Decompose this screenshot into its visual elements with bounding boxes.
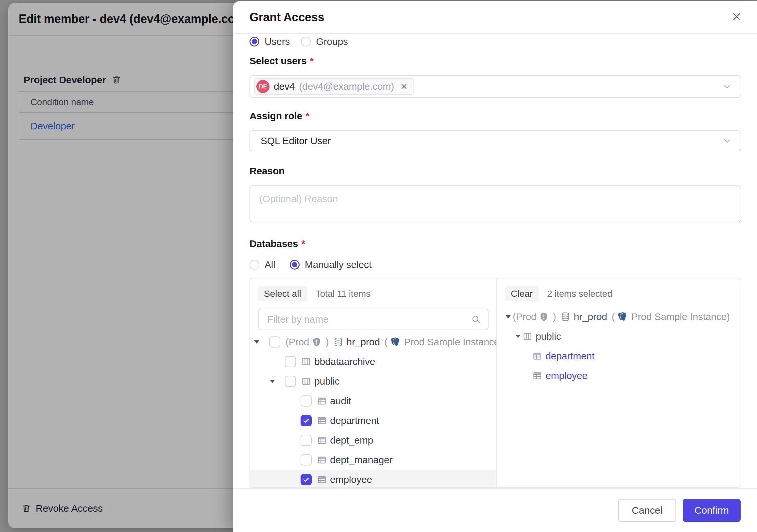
postgres-icon [618,312,628,322]
checkbox-dept_manager[interactable] [301,454,312,465]
radio-manually-select[interactable] [290,260,300,269]
reason-textarea[interactable] [250,185,741,222]
tree-item-label: bbdataarchive [314,356,375,367]
table-icon [317,455,327,465]
tree-item-label: hr_prod [347,336,380,348]
shield-icon [539,312,549,322]
transfer-source-pane: Select all Total 11 items (Prod)hr_prod(… [250,278,497,487]
table-icon [317,435,327,445]
tree-item-label: public [536,331,561,342]
tree-item-label: dept_emp [330,435,373,446]
select-users-field[interactable]: DE dev4 (dev4@example.com) [250,75,741,98]
user-name: dev4 [274,81,295,92]
tree-item-label: employee [545,370,588,381]
tree-item-label: dept_manager [330,454,393,465]
environment-label-close: ) [325,336,329,348]
tree-row-hr_prod[interactable]: (Prod)hr_prod(Prod Sample Instance) [250,332,497,352]
databases-radio-group: All Manually select [250,257,372,272]
tree-row-dept_emp[interactable]: dept_emp [250,430,497,450]
remove-tag-icon[interactable] [400,82,408,91]
environment-label-close: ) [553,311,556,322]
select-users-label: Select users * [250,55,314,67]
selected-items-label: 2 items selected [547,289,612,299]
caret-down-icon[interactable] [505,314,513,319]
radio-all[interactable] [250,260,259,269]
assign-role-label: Assign role * [250,110,309,121]
close-button[interactable] [729,10,744,25]
table-icon [532,371,542,381]
tree-item-label: public [314,376,340,387]
tree-row-employee[interactable]: employee [250,470,497,487]
total-items-label: Total 11 items [316,289,371,299]
modal-header: Grant Access [233,1,757,34]
tree-item-label: department [545,351,594,362]
radio-all-label[interactable]: All [264,259,275,270]
environment-label: (Prod [513,311,536,322]
checkbox-audit[interactable] [301,395,312,407]
transfer-target-pane: Clear 2 items selected (Prod)hr_prod(Pro… [497,278,741,487]
modal-title: Grant Access [250,11,324,24]
tree-row-audit[interactable]: audit [250,391,497,411]
table-icon [317,396,327,406]
environment-label: (Prod [286,336,309,348]
required-mark: * [310,55,313,67]
radio-groups[interactable] [301,37,311,47]
checkbox-bbdataarchive[interactable] [285,356,296,367]
search-icon [471,314,481,325]
checkbox-department[interactable] [301,415,312,426]
instance-label-open: ( [612,311,615,322]
confirm-button[interactable]: Confirm [683,499,741,522]
modal-footer: Cancel Confirm [233,488,757,532]
clear-button[interactable]: Clear [505,286,539,301]
source-tree: (Prod)hr_prod(Prod Sample Instance)bbdat… [250,332,497,487]
chevron-down-icon [722,81,732,91]
tree-row-public[interactable]: public [250,371,497,391]
database-icon [560,312,570,322]
checkbox-dept_emp[interactable] [301,435,312,446]
databases-label: Databases * [250,238,305,249]
checkbox-hr_prod[interactable] [269,336,280,348]
tree-row-public[interactable]: public [497,327,741,346]
database-transfer-panel: Select all Total 11 items (Prod)hr_prod(… [250,278,741,488]
filter-input[interactable] [258,309,489,330]
principal-type-radio-group: Users Groups [250,34,348,49]
caret-down-icon[interactable] [269,379,285,384]
instance-label-open: ( [384,336,388,348]
tree-row-department[interactable]: department [497,346,741,366]
reason-label: Reason [250,166,285,176]
assign-role-select[interactable]: SQL Editor User [250,130,741,151]
caret-down-icon[interactable] [254,340,269,344]
tree-row-department[interactable]: department [250,411,497,430]
schema-icon [301,357,311,366]
selected-user-tag: DE dev4 (dev4@example.com) [254,78,414,95]
required-mark: * [306,110,309,121]
cancel-button[interactable]: Cancel [618,499,676,522]
close-icon [731,11,742,24]
tree-row-hr_prod[interactable]: (Prod)hr_prod(Prod Sample Instance) [497,307,741,327]
checkbox-employee[interactable] [301,474,312,485]
tree-row-dept_manager[interactable]: dept_manager [250,450,497,470]
caret-down-icon[interactable] [515,334,523,339]
tree-item-label: hr_prod [574,311,607,322]
tree-item-label: audit [330,395,351,407]
tree-row-bbdataarchive[interactable]: bbdataarchive [250,352,497,371]
chevron-down-icon [722,136,732,146]
select-all-button[interactable]: Select all [258,286,307,301]
schema-icon [301,376,311,386]
postgres-icon [390,337,401,347]
radio-users[interactable] [250,37,259,47]
tree-item-label: employee [330,474,372,485]
radio-users-label[interactable]: Users [264,36,290,47]
shield-icon [312,337,321,347]
radio-manually-select-label[interactable]: Manually select [305,259,372,270]
avatar: DE [257,80,269,93]
assign-role-value: SQL Editor User [260,135,331,146]
table-icon [317,416,327,425]
table-icon [317,475,327,485]
radio-groups-label[interactable]: Groups [316,36,348,47]
schema-icon [523,331,532,341]
checkbox-public[interactable] [285,376,296,387]
tree-item-label: department [330,415,379,426]
table-icon [532,351,542,361]
tree-row-employee[interactable]: employee [497,366,741,386]
